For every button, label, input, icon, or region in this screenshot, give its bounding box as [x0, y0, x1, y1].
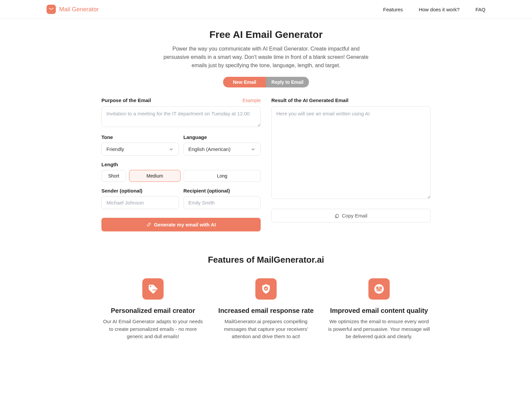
language-label: Language [184, 134, 261, 140]
generate-button[interactable]: Generate my email with AI [101, 218, 261, 231]
sender-label: Sender (optional) [101, 188, 179, 194]
svg-point-7 [376, 288, 378, 289]
result-label: Result of the AI Generated Email [271, 97, 348, 103]
magic-wand-icon [146, 222, 151, 227]
result-column: Result of the AI Generated Email Copy Em… [271, 97, 431, 231]
result-output[interactable] [271, 106, 431, 199]
purpose-input[interactable] [101, 106, 261, 127]
feature-title: Increased email response rate [214, 307, 318, 315]
logo-icon [47, 5, 56, 14]
copy-button[interactable]: Copy Email [271, 209, 431, 222]
mode-tabs: New Email Reply to Email [223, 77, 309, 87]
length-medium[interactable]: Medium [129, 170, 181, 182]
example-link[interactable]: Example [243, 98, 261, 103]
tone-value: Friendly [106, 146, 124, 152]
tone-label: Tone [101, 134, 179, 140]
form-column: Purpose of the Email Example Tone Friend… [101, 97, 261, 231]
language-select[interactable]: English (American) [184, 143, 261, 156]
feature-desc: MailGenerator.ai prepares compelling mes… [214, 318, 318, 340]
tab-reply-email[interactable]: Reply to Email [266, 77, 309, 87]
svg-point-9 [380, 288, 382, 289]
nav-how[interactable]: How does it work? [419, 7, 460, 12]
clipboard-icon [334, 213, 339, 218]
tag-icon: FREE [142, 278, 164, 300]
length-long[interactable]: Long [184, 170, 261, 182]
page-title: Free AI Email Generator [101, 29, 431, 40]
chevron-down-icon [169, 147, 174, 152]
logo-text: Mail Generator [59, 6, 99, 13]
length-label: Length [101, 162, 261, 167]
top-nav: Mail Generator Features How does it work… [0, 0, 532, 19]
feature-card: FREE Personalized email creator Our AI E… [101, 278, 204, 340]
page-subtitle: Power the way you communicate with AI Em… [163, 45, 369, 69]
recipient-label: Recipient (optional) [184, 188, 261, 194]
sender-input[interactable] [101, 196, 179, 209]
length-short[interactable]: Short [101, 170, 126, 182]
logo[interactable]: Mail Generator [47, 5, 99, 14]
svg-rect-0 [336, 214, 338, 217]
sliders-icon [368, 278, 390, 300]
nav-links: Features How does it work? FAQ [383, 7, 485, 12]
feature-desc: We optimizes the email to ensure every w… [328, 318, 431, 340]
language-value: English (American) [189, 146, 231, 152]
generate-label: Generate my email with AI [154, 222, 216, 227]
copy-label: Copy Email [342, 213, 367, 218]
nav-features[interactable]: Features [383, 7, 403, 12]
recipient-input[interactable] [184, 196, 261, 209]
feature-title: Personalized email creator [101, 307, 204, 315]
feature-card: Improved email content quality We optimi… [328, 278, 431, 340]
nav-faq[interactable]: FAQ [475, 7, 485, 12]
tone-select[interactable]: Friendly [101, 143, 179, 156]
purpose-label: Purpose of the Email [101, 97, 151, 103]
svg-point-8 [378, 289, 380, 291]
chevron-down-icon [250, 147, 256, 152]
feature-card: Increased email response rate MailGenera… [214, 278, 318, 340]
shield-check-icon [255, 278, 277, 300]
features-title: Features of MailGenerator.ai [101, 255, 431, 265]
tab-new-email[interactable]: New Email [223, 77, 266, 87]
svg-text:FREE: FREE [153, 289, 159, 292]
feature-desc: Our AI Email Generator adapts to your ne… [101, 318, 204, 340]
feature-title: Improved email content quality [328, 307, 431, 315]
